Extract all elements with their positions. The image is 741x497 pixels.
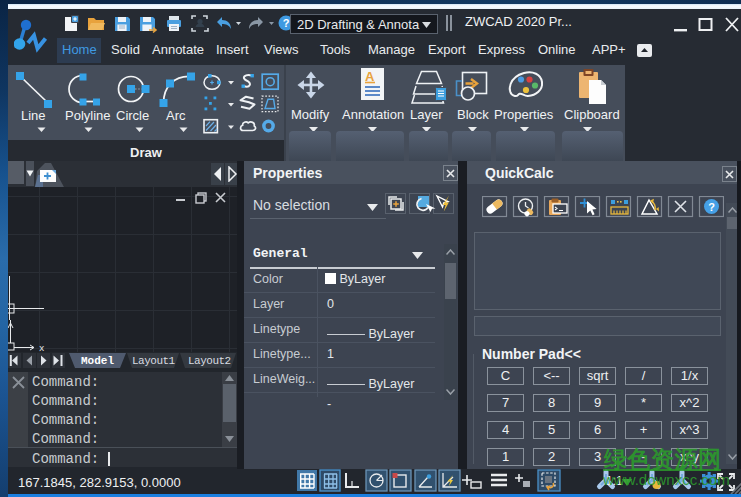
svg-text:?: ? — [283, 17, 290, 29]
svg-text:x: x — [39, 344, 44, 352]
svg-text:?: ? — [708, 201, 715, 213]
